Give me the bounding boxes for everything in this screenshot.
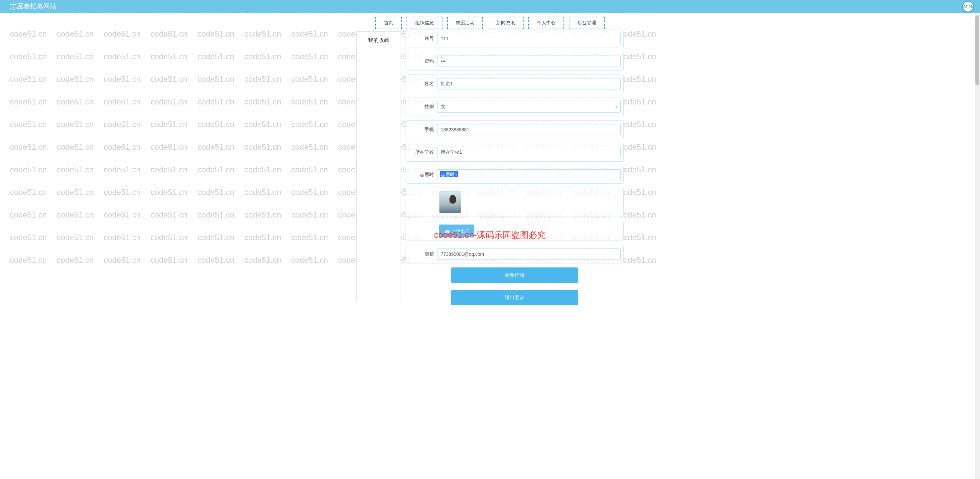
header-bar: 志愿者招募网站 02:06 [0, 0, 980, 13]
input-phone[interactable] [437, 124, 620, 136]
field-account: 账号 [406, 29, 624, 48]
sidebar-favorites[interactable]: 我的收藏 [357, 35, 401, 46]
field-phone: 手机 [406, 120, 624, 139]
label-phone: 手机 [409, 127, 437, 133]
field-password: 密码 [406, 52, 624, 70]
label-password: 密码 [409, 58, 437, 64]
input-school[interactable] [437, 147, 620, 158]
field-avatar [406, 188, 624, 217]
label-account: 账号 [409, 35, 437, 42]
volunteer-selection: 志愿时1 [440, 171, 458, 177]
form-column: 账号 密码 姓名 性别 女 ▾ 手机 [406, 31, 624, 302]
sidebar: 我的收藏 [356, 31, 401, 302]
scrollbar-thumb[interactable] [975, 15, 979, 85]
upload-label: 上传图片 [452, 228, 469, 234]
label-gender: 性别 [409, 104, 437, 110]
nav-news[interactable]: 新闻资讯 [488, 17, 523, 29]
input-email[interactable] [437, 249, 620, 260]
label-volunteer: 志愿时 [409, 172, 437, 178]
nav-profile[interactable]: 个人中心 [528, 17, 564, 29]
input-account[interactable] [437, 33, 620, 44]
field-school: 所在学校 [406, 143, 624, 162]
nav-activity[interactable]: 志愿活动 [447, 17, 483, 29]
update-button[interactable]: 更新信息 [451, 267, 578, 283]
timer-badge: 02:06 [962, 1, 974, 13]
label-name: 姓名 [409, 81, 437, 87]
label-email: 邮箱 [409, 251, 437, 257]
nav-org[interactable]: 组织信息 [407, 17, 442, 29]
cloud-upload-icon [444, 228, 450, 233]
avatar-image[interactable] [439, 191, 461, 213]
field-gender: 性别 女 ▾ [406, 97, 624, 117]
site-title: 志愿者招募网站 [10, 2, 57, 11]
nav-bar: 首页 组织信息 志愿活动 新闻资讯 个人中心 后台管理 [0, 13, 980, 31]
field-upload: 上传图片 [406, 221, 624, 241]
label-school: 所在学校 [409, 149, 437, 155]
field-email: 邮箱 [406, 245, 624, 263]
text-caret-icon [463, 172, 463, 178]
nav-admin[interactable]: 后台管理 [569, 17, 605, 29]
field-volunteer: 志愿时 志愿时1 [406, 166, 624, 184]
field-name: 姓名 [406, 75, 624, 93]
scrollbar[interactable] [975, 13, 980, 315]
upload-button[interactable]: 上传图片 [439, 225, 474, 237]
content-wrap: 我的收藏 账号 密码 姓名 性别 女 ▾ [0, 31, 980, 315]
logout-button[interactable]: 退出登录 [451, 290, 578, 305]
input-volunteer[interactable]: 志愿时1 [437, 169, 620, 180]
select-gender[interactable]: 女 [437, 101, 620, 113]
nav-home[interactable]: 首页 [375, 17, 402, 29]
input-name[interactable] [437, 78, 620, 89]
input-password[interactable] [437, 56, 620, 67]
